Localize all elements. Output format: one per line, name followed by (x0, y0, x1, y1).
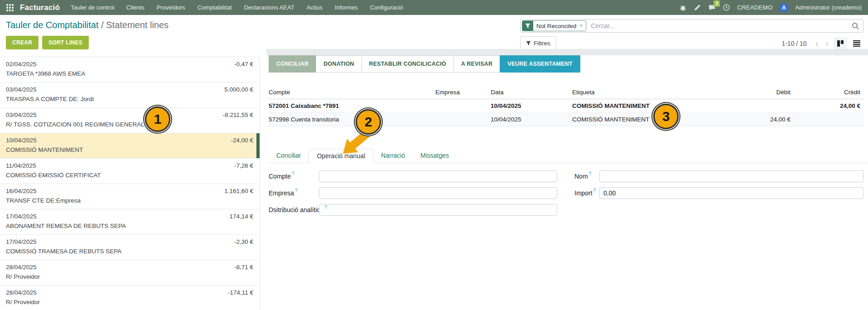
list-view-icon[interactable] (850, 37, 863, 50)
cell-debit: 24,00 € (758, 113, 794, 126)
statement-line-row-3[interactable]: 03/04/2025 R/ TGSS. COTIZACION 001 REGIM… (0, 108, 260, 133)
statement-line-row-2[interactable]: 03/04/2025 TRASPAS A COMPTE DE: Jordi 5.… (0, 82, 260, 108)
statement-line-row-10[interactable]: 28/04/2025 R/ Proveidor -174,11 € (0, 286, 260, 310)
statement-line-row-8[interactable]: 17/04/2025 COMISSIÓ TRAMESA DE REBUTS SE… (0, 235, 260, 260)
search-facet-label: Not Reconciled (533, 21, 579, 31)
create-button[interactable]: CREAR (6, 36, 39, 49)
statement-line-label: R/ Proveidor (6, 299, 40, 305)
menu-proveidors[interactable]: Proveïdors (157, 4, 185, 11)
top-navbar: Facturació Tauler de control Clients Pro… (0, 0, 868, 15)
cell-empresa (435, 116, 491, 123)
distribucio-analitica-field[interactable] (319, 204, 557, 216)
import-field[interactable] (599, 187, 863, 199)
reconcile-panel: CONCILIAR DONATION RESTABLIR CONCILICACI… (266, 49, 868, 310)
tab-conciliar[interactable]: Conciliar (269, 149, 309, 163)
statement-line-amount: -8,71 € (234, 264, 253, 271)
statement-line-amount: 5.000,00 € (224, 86, 253, 93)
statement-line-amount: -7,26 € (234, 162, 253, 169)
company-switcher[interactable]: CREADEMO (737, 4, 772, 11)
statement-line-row-6[interactable]: 16/04/2025 TRANSF CTE DE:Empresa 1.161,6… (0, 184, 260, 209)
statement-line-date: 17/04/2025 (6, 213, 126, 220)
statement-line-date: 10/04/2025 (6, 137, 83, 144)
filters-funnel-icon (526, 41, 531, 46)
facet-remove-icon[interactable]: × (579, 21, 586, 31)
restablir-conciliacio-button[interactable]: RESTABLIR CONCILICACIÓ (362, 55, 454, 73)
distribucio-help-icon: ? (324, 204, 327, 210)
empresa-field[interactable] (319, 187, 557, 199)
breadcrumb-separator: / (101, 20, 104, 30)
pager-range: 1-10 / 10 (781, 40, 806, 47)
cell-data: 10/04/2025 (491, 113, 572, 126)
statement-line-date: 03/04/2025 (6, 111, 145, 118)
statement-line-date: 28/04/2025 (6, 289, 40, 296)
menu-configuracio[interactable]: Configuració (370, 4, 403, 11)
app-name: Facturació (20, 3, 60, 12)
pager-next-icon[interactable]: › (823, 39, 831, 48)
reconcile-tabs: Conciliar Operació manual Narració Missa… (269, 149, 868, 163)
col-debit: Dèbit (758, 86, 794, 99)
user-menu[interactable]: Administrator (creademo) (795, 4, 862, 11)
breadcrumb: Tauler de Comptabilitat / Statement line… (6, 20, 169, 30)
import-label: Import (574, 189, 593, 197)
cell-etiqueta: COMISSIÓ MANTENIMENT (572, 99, 758, 112)
debug-bug-icon[interactable] (679, 4, 687, 11)
statement-line-row-7[interactable]: 17/04/2025 ABONAMENT REMESA DE REBUTS SE… (0, 209, 260, 235)
compte-help-icon: ? (292, 171, 294, 176)
menu-actius[interactable]: Actius (307, 4, 323, 11)
statement-line-label: COMISSIÓ EMISSIÓ CERTIFICAT (6, 172, 101, 179)
edit-pencil-icon[interactable] (694, 4, 701, 11)
compte-label: Compte (269, 173, 291, 180)
menu-declaracions-aeat[interactable]: Declaracions AEAT (244, 4, 294, 11)
col-empresa: Empresa (435, 86, 491, 99)
cell-compte: 572001 Caixabanc *7891 (269, 99, 435, 112)
table-row-suspense-line[interactable]: 572998 Cuenta transitoria 10/04/2025 COM… (269, 113, 864, 126)
breadcrumb-current: Statement lines (106, 20, 169, 30)
veure-assentament-button[interactable]: VEURE ASSENTAMENT (500, 55, 580, 73)
sort-lines-button[interactable]: SORT LINES (42, 36, 89, 49)
messages-chat-icon[interactable]: 3 (708, 4, 716, 11)
donation-button[interactable]: DONATION (316, 55, 362, 73)
statement-line-amount: -8.211,55 € (223, 111, 253, 118)
conciliar-button[interactable]: CONCILIAR (269, 55, 316, 73)
pager-prev-icon[interactable]: ‹ (813, 39, 821, 48)
col-compte: Compte (269, 86, 435, 99)
search-icon[interactable] (852, 22, 859, 30)
selected-row-indicator (256, 133, 260, 158)
table-row-bank-line[interactable]: 572001 Caixabanc *7891 10/04/2025 COMISS… (269, 99, 864, 113)
app-window: Facturació Tauler de control Clients Pro… (0, 0, 868, 310)
col-credit: Crèdit (794, 86, 864, 99)
statement-line-row-4-selected[interactable]: 10/04/2025 COMISSIÓ MANTENIMENT -24,00 € (0, 133, 260, 159)
apps-grid-icon[interactable] (6, 4, 14, 11)
reconcile-table: Compte Empresa Data Etiqueta Dèbit Crèdi… (269, 86, 864, 126)
menu-clients[interactable]: Clients (126, 4, 145, 11)
nom-label: Nom (574, 173, 588, 180)
search-input[interactable] (586, 22, 852, 29)
statement-line-label: COMISSIÓ MANTENIMENT (6, 146, 83, 153)
panel-top-strip (266, 49, 868, 55)
cell-empresa (435, 103, 491, 109)
tab-missatges[interactable]: Missatges (413, 149, 457, 163)
statement-line-row-9[interactable]: 28/04/2025 R/ Proveidor -8,71 € (0, 260, 260, 286)
compte-field[interactable] (319, 170, 557, 182)
menu-informes[interactable]: Informes (335, 4, 358, 11)
statement-line-row-5[interactable]: 11/04/2025 COMISSIÓ EMISSIÓ CERTIFICAT -… (0, 159, 260, 184)
tab-narracio[interactable]: Narració (373, 149, 413, 163)
activities-clock-icon[interactable] (723, 4, 730, 11)
cell-debit (758, 103, 794, 109)
statement-line-label: R/ TGSS. COTIZACION 001 REGIMEN GENERAL (6, 121, 145, 128)
search-bar: Not Reconciled × (520, 19, 863, 33)
tab-operacio-manual[interactable]: Operació manual (309, 149, 373, 163)
filter-funnel-icon (522, 21, 533, 31)
breadcrumb-parent[interactable]: Tauler de Comptabilitat (6, 20, 99, 30)
filters-label: Filtres (534, 40, 550, 47)
statement-line-label: TRASPAS A COMPTE DE: Jordi (6, 96, 94, 102)
kanban-view-icon[interactable] (834, 37, 847, 50)
statement-line-row-1[interactable]: 02/04/2025 TARGETA *3968 AWS EMEA -0,47 … (0, 57, 260, 82)
table-header-row: Compte Empresa Data Etiqueta Dèbit Crèdi… (269, 86, 864, 99)
nom-field[interactable] (599, 170, 863, 182)
menu-tauler-de-control[interactable]: Tauler de control (71, 4, 114, 11)
filters-button[interactable]: Filtres (520, 36, 556, 50)
user-avatar[interactable]: A (779, 3, 788, 12)
menu-comptabilitat[interactable]: Comptabilitat (198, 4, 232, 11)
a-revisar-button[interactable]: A REVISAR (453, 55, 500, 73)
